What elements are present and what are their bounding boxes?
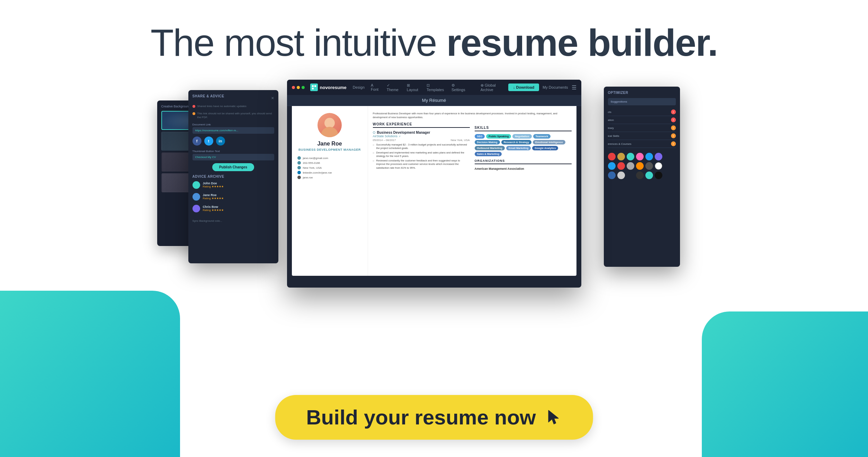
facebook-share-btn[interactable]: f (193, 137, 202, 146)
nav-design[interactable]: Design (353, 83, 365, 92)
download-btn[interactable]: ↓ Download (508, 84, 539, 91)
share-link-box[interactable]: https://novoresume.com/refferr-m... (193, 127, 274, 134)
share-panel-close[interactable]: × (271, 95, 274, 101)
resume-right-col: Professional Business Developer with mor… (368, 106, 576, 276)
advice-item-1: John Doe Rating ★★★★★ (193, 181, 274, 189)
headline-part2: resume builder. (446, 21, 717, 64)
optimizer-title: Optimizer (608, 91, 676, 95)
skill-public-speaking: Public Speaking (486, 134, 511, 139)
share-panel-title: Share & Advice (193, 94, 224, 98)
window-title-text: My Résumé (422, 98, 446, 103)
swatch-blue[interactable] (645, 153, 653, 160)
swatch-navy[interactable] (608, 172, 616, 179)
swatch-orange[interactable] (636, 162, 644, 170)
website-icon (297, 176, 301, 179)
sync-text: Sync Background colo... (193, 219, 274, 222)
swatch-red2[interactable] (617, 162, 625, 170)
swatch-gray[interactable] (627, 162, 634, 170)
resume-left-col: Jane Roe Business Development Manager ja… (292, 106, 368, 276)
skill-teamwork: Teamwork (533, 134, 551, 139)
swatch-black[interactable] (655, 172, 662, 179)
topbar-right: ↓ Download My Documents ☰ (508, 84, 576, 91)
advice-info-1: John Doe Rating ★★★★★ (203, 182, 274, 188)
topbar-nav: Design A Font ✓ Theme ⊞ Layout ⊡ Templat… (353, 83, 505, 92)
skill-negotiation: Negotiation (512, 134, 531, 139)
swatch-pink[interactable] (636, 153, 644, 160)
thumbnail-text[interactable]: Checkout My CV (193, 154, 274, 160)
work-dates: 05/2014 – 08/2017 (373, 139, 396, 142)
opt-label-cts: cts (608, 111, 611, 114)
my-documents-link[interactable]: My Documents (543, 85, 568, 89)
work-col: WORK EXPERIENCE Business Development Man… (373, 122, 470, 174)
advice-avatar-3 (193, 205, 200, 212)
work-location: New York, USA (451, 139, 470, 142)
resume-title: Business Development Manager (297, 148, 362, 151)
advice-avatar-1 (193, 181, 200, 189)
info-dot-1 (193, 105, 195, 108)
swatch-red[interactable] (608, 153, 616, 160)
work-company: AirState Solutions ↗ (373, 134, 470, 138)
swatch-teal2[interactable] (645, 172, 653, 179)
info-dot-2 (193, 112, 195, 115)
swatch-purple[interactable] (655, 153, 662, 160)
nav-font[interactable]: A Font (371, 83, 381, 92)
twitter-share-btn[interactable]: t (204, 137, 213, 146)
optimizer-panel: Optimizer Suggestions cts ! ation ! inar… (604, 87, 680, 267)
opt-badge-ation: ! (671, 117, 676, 122)
swatch-verydark[interactable] (636, 172, 644, 179)
cta-section: Build your resume now (275, 395, 593, 440)
logo-svg (312, 85, 316, 90)
window-title-bar: My Résumé (287, 95, 581, 106)
opt-label-ical-skills: ical Skills (608, 134, 619, 138)
linkedin-share-btn[interactable]: in (216, 137, 225, 146)
skills-section-title: SKILLS (475, 126, 572, 131)
advice-item-3: Chris Bow Rating ★★★★★ (193, 205, 274, 212)
email-icon (297, 156, 301, 160)
opt-row-erences: erences & Courses ! (608, 140, 676, 148)
dot-green[interactable] (302, 86, 305, 89)
palette-row-2 (608, 162, 676, 170)
doc-link-label: Document Link (193, 123, 274, 126)
nav-templates[interactable]: ⊡ Templates (427, 83, 445, 92)
swatch-lightgray[interactable] (617, 172, 625, 179)
contact-location: New York, USA (297, 166, 362, 169)
work-title-row: Business Development Manager (373, 131, 470, 134)
opt-row-ation: ation ! (608, 116, 676, 124)
nav-settings[interactable]: ⚙ Settings (451, 83, 467, 92)
advice-info-2: Jane Roe Rating ★★★★★ (203, 193, 274, 200)
swatch-dark[interactable] (645, 162, 653, 170)
resume-name: Jane Roe (297, 141, 362, 147)
svg-rect-1 (314, 85, 316, 87)
menu-icon[interactable]: ☰ (572, 84, 576, 91)
nav-theme[interactable]: ✓ Theme (387, 83, 401, 92)
share-panel: Share & Advice × Shared links have no au… (188, 90, 278, 263)
skill-sales-marketing: Sales & Marketing (475, 152, 502, 156)
bg-teal-right (702, 311, 868, 457)
cta-button[interactable]: Build your resume now (275, 395, 593, 440)
swatch-darkbg[interactable] (627, 172, 634, 179)
skill-tags: SEO Public Speaking Negotiation Teamwork… (475, 134, 572, 156)
dot-red[interactable] (292, 86, 295, 89)
advice-avatar-2 (193, 193, 200, 201)
work-bullet-1: Successfully managed $2 - 3 million budg… (373, 143, 470, 150)
skill-research-strategy: Research & Strategy (501, 140, 531, 144)
swatch-gold[interactable] (617, 153, 625, 160)
nav-layout[interactable]: ⊞ Layout (407, 83, 420, 92)
swatch-teal[interactable] (627, 153, 634, 160)
skill-decision-making: Decision Making (475, 140, 500, 144)
resume-content: Jane Roe Business Development Manager ja… (292, 106, 576, 276)
palette-row-1 (608, 153, 676, 160)
window-topbar: novoresume Design A Font ✓ Theme ⊞ Layou… (287, 80, 581, 95)
swatch-white[interactable] (655, 162, 662, 170)
skill-google-analytics: Google Analytics (532, 146, 558, 150)
nav-global-archive[interactable]: ⊕ Global Archive (481, 83, 505, 92)
publish-btn[interactable]: Publish Changes (212, 163, 254, 171)
advice-archive-title: Advice Archive (193, 175, 274, 178)
resume-summary: Professional Business Developer with mor… (373, 112, 572, 120)
dot-yellow[interactable] (297, 86, 300, 89)
contact-phone: 202-555-0166 (297, 161, 362, 165)
linkedin-icon (297, 171, 301, 174)
skill-email-marketing: Email Marketing (506, 146, 531, 150)
opt-row-inary: inary ! (608, 124, 676, 132)
swatch-skyblue[interactable] (608, 162, 616, 170)
